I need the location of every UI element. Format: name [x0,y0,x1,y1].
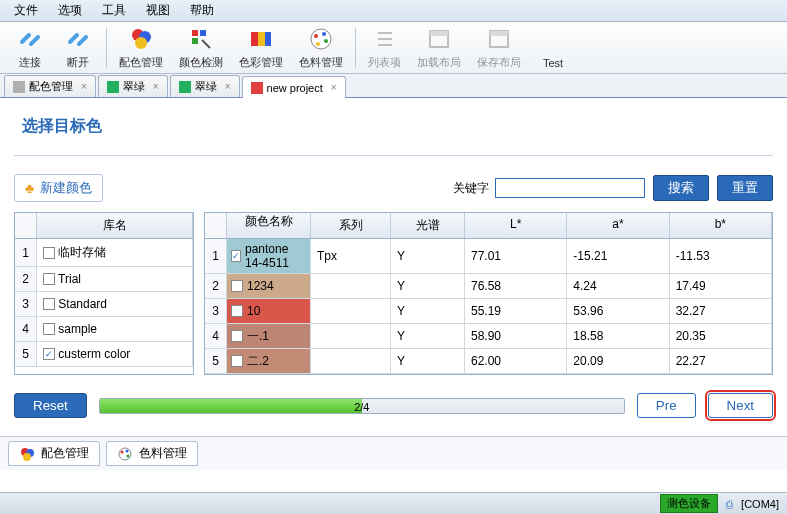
l-cell: 76.58 [465,274,567,298]
table-row[interactable]: 310Y55.1953.9632.27 [205,299,772,324]
table-row[interactable]: 5✓ custerm color [15,342,193,367]
keyword-input[interactable] [495,178,645,198]
toolbar-label: 保存布局 [477,55,521,70]
checkbox[interactable]: ✓ [43,348,55,360]
toolbar-layout-load[interactable]: 加载布局 [409,23,469,72]
close-icon[interactable]: × [331,82,337,93]
menu-help[interactable]: 帮助 [180,0,224,22]
svg-point-9 [311,29,331,49]
toolbar: 连接断开配色管理颜色检测色彩管理色料管理列表项加载布局保存布局Test [0,22,787,74]
color-name: pantone 14-4511 [245,242,306,270]
menu-tools[interactable]: 工具 [92,0,136,22]
b-cell: 17.49 [670,274,772,298]
progress-fill [100,399,362,413]
checkbox[interactable] [231,330,243,342]
paint-icon [117,446,133,462]
toolbar-palette[interactable]: 配色管理 [111,23,171,72]
table-row[interactable]: 5二.2Y62.0020.0922.27 [205,349,772,374]
tab-color-icon [179,81,191,93]
document-tabs: 配色管理×翠绿×翠绿×new project× [0,74,787,98]
row-number: 3 [205,299,227,323]
bottom-tab-paint[interactable]: 色料管理 [106,441,198,466]
svg-point-2 [135,37,147,49]
port-label: [COM4] [741,498,779,510]
toolbar-swatch[interactable]: 色彩管理 [231,23,291,72]
table-row[interactable]: 21234Y76.584.2417.49 [205,274,772,299]
toolbar-[interactable]: Test [529,25,577,71]
color-name: 二.2 [247,353,269,370]
toolbar-layout-save[interactable]: 保存布局 [469,23,529,72]
lightbulb-icon: ♣ [25,180,34,196]
series-cell [311,274,391,298]
menu-options[interactable]: 选项 [48,0,92,22]
b-cell: 22.27 [670,349,772,373]
checkbox[interactable] [231,280,243,292]
table-row[interactable]: 2 Trial [15,267,193,292]
table-row[interactable]: 1 临时存储 [15,239,193,267]
col-rownum-header [205,213,227,238]
checkbox[interactable] [43,247,55,259]
color-name: 10 [247,304,260,318]
doc-tab[interactable]: 配色管理× [4,75,96,97]
svg-point-13 [316,42,320,46]
color-name-cell: ✓pantone 14-4511 [227,239,311,273]
tab-label: 翠绿 [123,79,145,94]
spectrum-cell: Y [391,324,465,348]
swatch-icon [247,25,275,53]
tab-label: new project [267,82,323,94]
toolbar-link[interactable]: 连接 [6,23,54,72]
col-series-header: 系列 [311,213,391,238]
col-b-header: b* [670,213,772,238]
svg-point-21 [119,448,131,460]
table-row[interactable]: 4 sample [15,317,193,342]
bottom-tab-label: 配色管理 [41,445,89,462]
toolbar-paint[interactable]: 色料管理 [291,23,351,72]
new-color-button[interactable]: ♣ 新建颜色 [14,174,103,202]
toolbar-unlink[interactable]: 断开 [54,23,102,72]
doc-tab[interactable]: 翠绿× [98,75,168,97]
a-cell: 20.09 [567,349,669,373]
checkbox[interactable]: ✓ [231,250,241,262]
doc-tab[interactable]: new project× [242,76,346,98]
close-icon[interactable]: × [81,81,87,92]
toolbar-label: 配色管理 [119,55,163,70]
unlink-icon [64,25,92,53]
col-a-header: a* [567,213,669,238]
row-number: 2 [15,267,37,291]
lib-name-header: 库名 [37,213,193,238]
series-cell [311,299,391,323]
checkbox[interactable] [43,298,55,310]
reset-button[interactable]: Reset [14,393,87,418]
checkbox[interactable] [43,323,55,335]
spectrum-cell: Y [391,239,465,273]
close-icon[interactable]: × [225,81,231,92]
checkbox[interactable] [43,273,55,285]
menu-view[interactable]: 视图 [136,0,180,22]
next-button[interactable]: Next [708,393,773,418]
doc-tab[interactable]: 翠绿× [170,75,240,97]
workspace: 选择目标色 ♣ 新建颜色 关键字 搜索 重置 库名 1 临时存储2 Trial3… [0,98,787,426]
reset-filter-button[interactable]: 重置 [717,175,773,201]
toolbar-separator [355,28,356,68]
tab-color-icon [107,81,119,93]
spectrum-cell: Y [391,274,465,298]
table-row[interactable]: 1✓pantone 14-4511TpxY77.01-15.21-11.53 [205,239,772,274]
progress-bar: 2/4 [99,398,625,414]
bottom-tab-palette[interactable]: 配色管理 [8,441,100,466]
checkbox[interactable] [231,305,243,317]
search-button[interactable]: 搜索 [653,175,709,201]
toolbar-label: 色彩管理 [239,55,283,70]
lib-name-cell: 临时存储 [37,239,193,266]
b-cell: -11.53 [670,239,772,273]
table-row[interactable]: 4一.1Y58.9018.5820.35 [205,324,772,349]
toolbar-probe[interactable]: 颜色检测 [171,23,231,72]
color-name: 一.1 [247,328,269,345]
menu-file[interactable]: 文件 [4,0,48,22]
svg-rect-3 [192,30,198,36]
usb-icon: ⎙ [726,498,733,510]
checkbox[interactable] [231,355,243,367]
prev-button[interactable]: Pre [637,393,696,418]
toolbar-list[interactable]: 列表项 [360,23,409,72]
table-row[interactable]: 3 Standard [15,292,193,317]
close-icon[interactable]: × [153,81,159,92]
